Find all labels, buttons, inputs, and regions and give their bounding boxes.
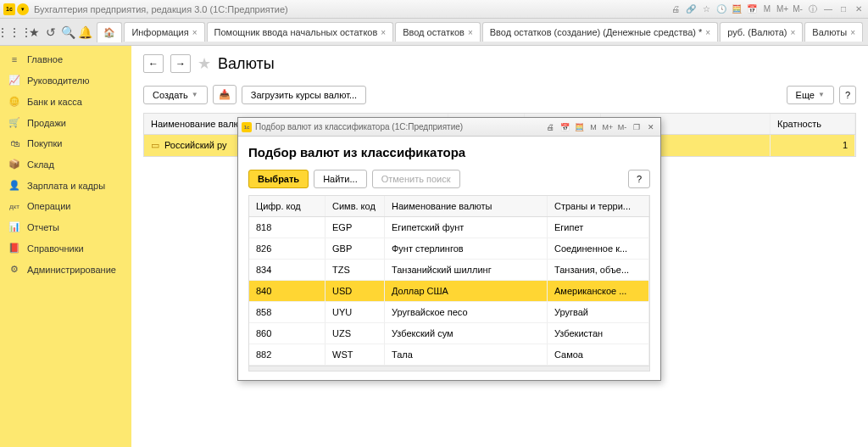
grid-header: Цифр. код Симв. код Наименование валюты …: [249, 196, 649, 217]
calc-icon[interactable]: 🧮: [731, 3, 743, 15]
dialog-titlebar-icons: 🖨 📅 🧮 M M+ M- ❐ ✕: [544, 121, 657, 133]
tab-rub[interactable]: руб. (Валюта)×: [720, 22, 803, 42]
scrollbar[interactable]: [249, 366, 649, 371]
back-button[interactable]: ←: [143, 54, 164, 73]
col-mult[interactable]: Кратность: [771, 114, 855, 134]
cart-icon: 🛒: [8, 117, 20, 128]
classifier-dialog: 1c Подбор валют из классификатора (1С:Пр…: [237, 117, 661, 381]
calendar-icon[interactable]: 📅: [559, 121, 570, 133]
link-icon[interactable]: 🔗: [685, 3, 697, 15]
cancel-search-button: Отменить поиск: [372, 170, 460, 188]
col-name[interactable]: Наименование валюты: [385, 196, 548, 216]
titlebar-icons: 🖨 🔗 ☆ 🕓 🧮 📅 M M+ M- ⓘ — □ ✕: [670, 3, 865, 15]
sidebar-item-sales[interactable]: 🛒Продажи: [0, 112, 131, 133]
tab-bar: 🏠 Информация× Помощник ввода начальных о…: [97, 19, 865, 45]
close-icon[interactable]: ×: [381, 28, 386, 37]
dialog-title: Подбор валют из классификатора (1С:Предп…: [255, 122, 463, 131]
sidebar-item-salary[interactable]: 👤Зарплата и кадры: [0, 175, 131, 196]
menu-icon: ≡: [8, 54, 20, 64]
search-icon[interactable]: 🔍: [59, 21, 76, 43]
bag-icon: 🛍: [8, 138, 20, 148]
sidebar-item-warehouse[interactable]: 📦Склад: [0, 154, 131, 175]
window-restore-icon[interactable]: ❐: [631, 121, 643, 133]
m-minus-button[interactable]: M-: [792, 3, 804, 15]
sidebar-item-manager[interactable]: 📈Руководителю: [0, 70, 131, 91]
close-icon[interactable]: ✕: [645, 121, 657, 133]
history-icon[interactable]: ↺: [42, 21, 59, 43]
close-icon[interactable]: ×: [850, 28, 855, 37]
bell-icon[interactable]: 🔔: [76, 21, 93, 43]
info-icon[interactable]: ⓘ: [807, 3, 819, 15]
m-button[interactable]: M: [761, 3, 773, 15]
print-icon[interactable]: 🖨: [544, 121, 556, 133]
sidebar-item-reports[interactable]: 📊Отчеты: [0, 216, 131, 237]
m-minus-button[interactable]: M-: [616, 121, 628, 133]
load-rates-button[interactable]: Загрузить курсы валют...: [242, 86, 366, 104]
gear-icon: ⚙: [8, 264, 20, 275]
load-by-classifier-button[interactable]: 📥: [213, 85, 236, 104]
help-button[interactable]: ?: [839, 86, 856, 104]
clock-icon[interactable]: 🕓: [715, 3, 727, 15]
chevron-down-icon: ▼: [818, 91, 825, 98]
table-row[interactable]: 826GBPФунт стерлинговСоединенное к...: [249, 238, 649, 260]
dialog-actions: Выбрать Найти... Отменить поиск ?: [248, 170, 650, 188]
col-sym[interactable]: Симв. код: [326, 196, 385, 216]
classifier-grid: Цифр. код Симв. код Наименование валюты …: [248, 195, 650, 372]
chevron-down-icon: ▼: [192, 91, 198, 98]
apps-icon[interactable]: ⋮⋮⋮: [3, 21, 25, 43]
dialog-heading: Подбор валют из классификатора: [248, 145, 650, 159]
col-country[interactable]: Страны и терри...: [548, 196, 649, 216]
tab-home[interactable]: 🏠: [97, 22, 122, 42]
tab-assistant[interactable]: Помощник ввода начальных остатков×: [207, 22, 394, 42]
sidebar: ≡Главное 📈Руководителю 🪙Банк и касса 🛒Пр…: [0, 46, 131, 447]
m-button[interactable]: M: [587, 121, 599, 133]
tab-entry-create[interactable]: Ввод остатков (создание) (Денежные средс…: [482, 22, 718, 42]
m-plus-button[interactable]: M+: [776, 3, 788, 15]
close-icon[interactable]: ×: [790, 28, 795, 37]
dialog-titlebar: 1c Подбор валют из классификатора (1С:Пр…: [238, 118, 660, 137]
close-icon[interactable]: ✕: [853, 3, 865, 15]
calc-icon[interactable]: 🧮: [573, 121, 585, 133]
sidebar-item-operations[interactable]: дктОперации: [0, 196, 131, 216]
table-row[interactable]: 858UYUУругвайское песоУругвай: [249, 302, 649, 323]
create-button[interactable]: Создать▼: [143, 86, 208, 104]
tab-currencies[interactable]: Валюты×: [804, 22, 863, 42]
tab-info[interactable]: Информация×: [124, 22, 204, 42]
more-button[interactable]: Еще▼: [787, 86, 834, 104]
table-row[interactable]: 818EGPЕгипетский фунтЕгипет: [249, 217, 649, 238]
print-icon[interactable]: 🖨: [670, 3, 682, 15]
tab-entry[interactable]: Ввод остатков×: [395, 22, 481, 42]
close-icon[interactable]: ×: [468, 28, 473, 37]
sidebar-item-refs[interactable]: 📕Справочники: [0, 237, 131, 259]
table-row[interactable]: 840USDДоллар СШААмериканское ...: [249, 281, 649, 302]
ops-icon: дкт: [8, 203, 20, 210]
sidebar-item-admin[interactable]: ⚙Администрирование: [0, 259, 131, 280]
close-icon[interactable]: ×: [192, 28, 198, 37]
calendar-icon[interactable]: 📅: [746, 3, 758, 15]
app-dropdown-icon[interactable]: ▾: [17, 3, 29, 15]
maximize-icon[interactable]: □: [837, 3, 849, 15]
forward-button[interactable]: →: [170, 54, 191, 73]
sidebar-item-bank[interactable]: 🪙Банк и касса: [0, 91, 131, 112]
sidebar-item-main[interactable]: ≡Главное: [0, 49, 131, 70]
main-toolbar: ⋮⋮⋮ ★ ↺ 🔍 🔔 🏠 Информация× Помощник ввода…: [0, 19, 868, 46]
box-icon: 📦: [8, 159, 20, 170]
sidebar-item-purchases[interactable]: 🛍Покупки: [0, 133, 131, 154]
col-code[interactable]: Цифр. код: [249, 196, 326, 216]
fav-star-icon[interactable]: ★: [198, 54, 211, 73]
close-icon[interactable]: ×: [705, 28, 710, 37]
app-title: Бухгалтерия предприятия, редакция 3.0 (1…: [34, 4, 670, 14]
find-button[interactable]: Найти...: [314, 170, 367, 188]
chart-icon: 📈: [8, 75, 20, 86]
help-button[interactable]: ?: [628, 170, 650, 188]
minimize-icon[interactable]: —: [822, 3, 834, 15]
page-actions: Создать▼ 📥 Загрузить курсы валют... Еще▼…: [143, 85, 856, 104]
m-plus-button[interactable]: M+: [602, 121, 614, 133]
table-row[interactable]: 860UZSУзбекский сумУзбекистан: [249, 323, 649, 344]
favorite-icon[interactable]: ★: [25, 21, 42, 43]
star-icon[interactable]: ☆: [700, 3, 712, 15]
table-row[interactable]: 834TZSТанзанийский шиллингТанзания, объе…: [249, 260, 649, 281]
page-title: Валюты: [218, 55, 275, 73]
select-button[interactable]: Выбрать: [248, 170, 309, 188]
table-row[interactable]: 882WSTТалаСамоа: [249, 344, 649, 366]
